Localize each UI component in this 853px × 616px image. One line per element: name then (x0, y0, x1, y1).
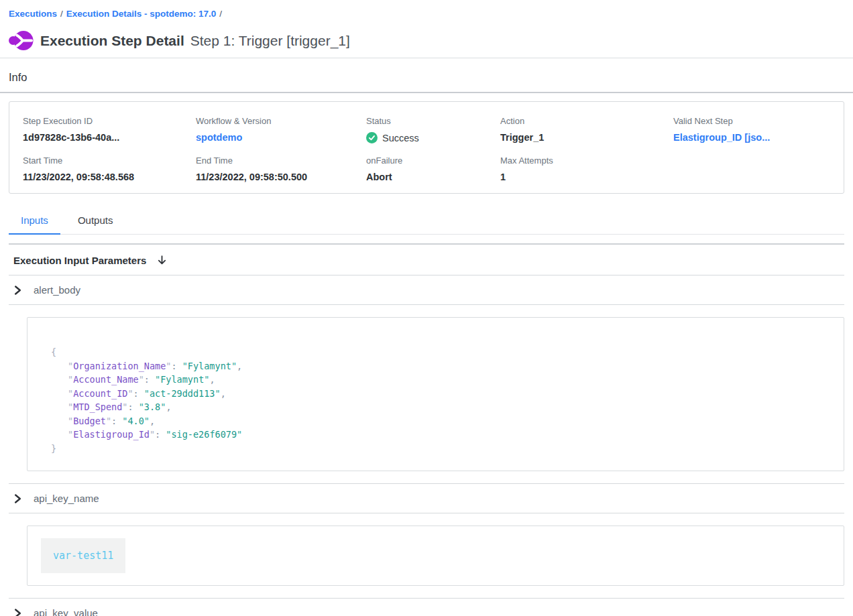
field-empty (673, 156, 830, 182)
chevron-right-icon (14, 609, 22, 616)
code-line: Account_NameFylamynt (51, 373, 830, 387)
field-action: Action Trigger_1 (500, 116, 673, 143)
param-row-api-key-value[interactable]: api_key_value (9, 599, 844, 616)
info-heading: Info (9, 71, 844, 84)
field-label: Start Time (23, 156, 196, 166)
page-subtitle: Step 1: Trigger [trigger_1] (190, 33, 350, 49)
field-label: Step Execution ID (23, 116, 196, 126)
field-on-failure: onFailure Abort (366, 156, 500, 182)
field-label: Max Attempts (500, 156, 673, 166)
param-row-api-key-name[interactable]: api_key_name (9, 484, 844, 513)
inputs-section-header: Execution Input Parameters (9, 245, 844, 275)
code-line: Organization_NameFylamynt (51, 359, 830, 373)
arrow-down-icon[interactable] (156, 255, 168, 266)
field-step-execution-id: Step Execution ID 1d97828c-13b6-40a... (23, 116, 196, 143)
param-row-alert-body[interactable]: alert_body (9, 275, 844, 304)
page: Executions/Execution Details - spotdemo:… (9, 0, 844, 51)
field-label: End Time (196, 156, 366, 166)
section-title: Execution Input Parameters (13, 255, 146, 266)
status-badge: Success (366, 132, 500, 143)
breadcrumb-separator: / (57, 9, 66, 19)
param-label: api_key_value (34, 607, 98, 616)
json-code-block: { Organization_NameFylamynt Account_Name… (51, 345, 830, 455)
tab-outputs[interactable]: Outputs (66, 208, 125, 234)
field-value: Trigger_1 (500, 132, 673, 143)
field-workflow-version: Workflow & Version spotdemo (196, 116, 366, 143)
tab-inputs[interactable]: Inputs (9, 208, 60, 235)
divider (0, 58, 853, 58)
tabbar: Inputs Outputs (9, 208, 844, 235)
divider (9, 304, 844, 305)
valid-next-step-link[interactable]: Elastigroup_ID [jso... (673, 132, 830, 143)
value-chip: var-test11 (41, 538, 125, 573)
status-text: Success (382, 133, 419, 143)
chevron-right-icon (14, 286, 22, 295)
api-key-name-value-panel: var-test11 (27, 526, 844, 586)
field-value: Abort (366, 172, 500, 182)
breadcrumb-link-execution-details[interactable]: Execution Details - spotdemo: 17.0 (66, 9, 217, 19)
field-label: Action (500, 116, 673, 126)
field-end-time: End Time 11/23/2022, 09:58:50.500 (196, 156, 366, 182)
field-valid-next-step: Valid Next Step Elastigroup_ID [jso... (673, 116, 830, 143)
divider (9, 513, 844, 513)
breadcrumb-separator: / (216, 9, 225, 19)
field-label: Workflow & Version (196, 116, 366, 126)
workflow-link[interactable]: spotdemo (196, 132, 366, 143)
success-check-icon (366, 132, 378, 143)
field-value: 11/23/2022, 09:58:50.500 (196, 172, 366, 182)
chevron-right-icon (14, 494, 22, 503)
code-line: Elastigroup_Idsig-e26f6079 (51, 428, 830, 442)
field-label: onFailure (366, 156, 500, 166)
alert-body-value-panel: { Organization_NameFylamynt Account_Name… (27, 317, 844, 471)
field-status: Status Success (366, 116, 500, 143)
field-label: Status (366, 116, 500, 126)
field-value: 1d97828c-13b6-40a... (23, 132, 196, 143)
code-line: { (51, 345, 830, 359)
info-card: Step Execution ID 1d97828c-13b6-40a... W… (9, 101, 844, 194)
page-header: Execution Step Detail Step 1: Trigger [t… (9, 30, 844, 51)
field-value: 11/23/2022, 09:58:48.568 (23, 172, 196, 182)
fylamynt-logo-icon (9, 30, 34, 51)
param-label: api_key_name (34, 493, 99, 504)
code-line: Budget4.0 (51, 414, 830, 428)
code-line: } (51, 442, 830, 456)
field-start-time: Start Time 11/23/2022, 09:58:48.568 (23, 156, 196, 182)
breadcrumb-link-executions[interactable]: Executions (9, 9, 57, 19)
field-value: 1 (500, 172, 673, 182)
code-line: Account_IDact-29ddd113 (51, 387, 830, 401)
page-title: Execution Step Detail (40, 33, 184, 49)
divider (0, 92, 853, 93)
code-line: MTD_Spend3.8 (51, 400, 830, 414)
field-label: Valid Next Step (673, 116, 830, 126)
param-label: alert_body (34, 284, 80, 296)
breadcrumb: Executions/Execution Details - spotdemo:… (9, 0, 844, 19)
info-grid: Step Execution ID 1d97828c-13b6-40a... W… (23, 116, 830, 182)
field-max-attempts: Max Attempts 1 (500, 156, 673, 182)
